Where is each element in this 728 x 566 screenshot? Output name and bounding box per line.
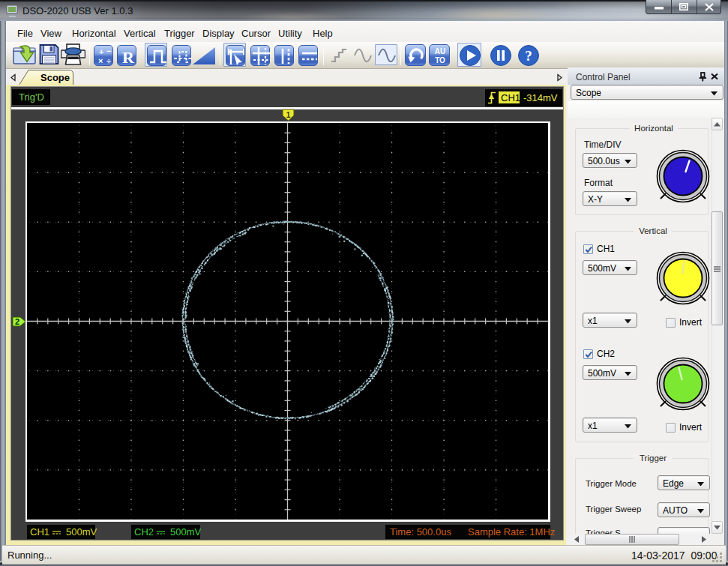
svg-text:?: ? xyxy=(525,48,532,64)
svg-text:TO: TO xyxy=(435,56,445,64)
svg-text:×: × xyxy=(98,56,103,65)
svg-text:R: R xyxy=(122,48,135,67)
svg-text:1: 1 xyxy=(286,111,291,119)
svg-text:2: 2 xyxy=(15,317,19,326)
svg-text:÷: ÷ xyxy=(106,56,111,65)
svg-text:−: − xyxy=(106,46,111,55)
svg-text:AU: AU xyxy=(435,47,445,55)
svg-text:+: + xyxy=(99,47,103,56)
